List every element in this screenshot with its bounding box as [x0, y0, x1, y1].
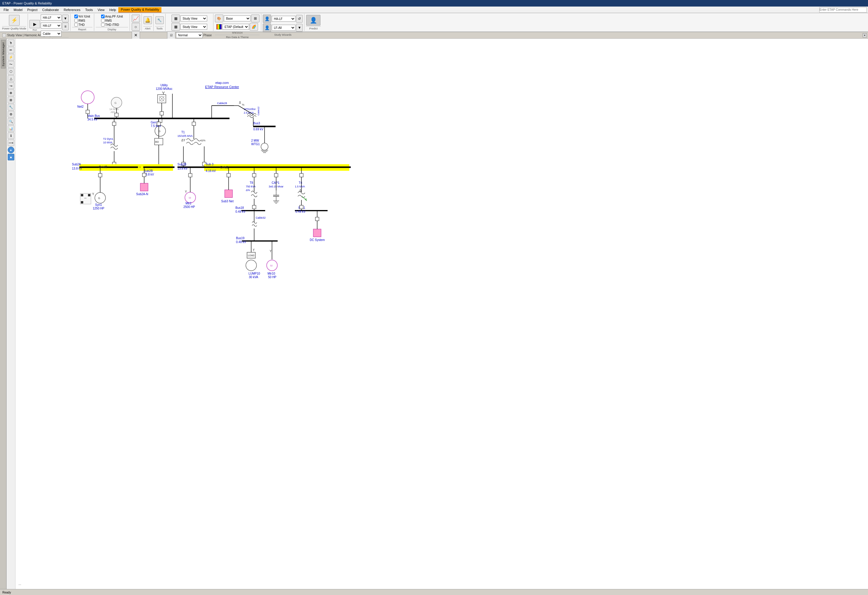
- dcsystem-symbol[interactable]: [313, 229, 321, 237]
- left-icon-connect[interactable]: ⟶: [8, 139, 14, 146]
- normal-check-btn[interactable]: ☑: [167, 31, 176, 39]
- rainbow-btn[interactable]: 🌈: [250, 23, 258, 31]
- toolbar-section-display: Amp,PF /Unit RMS THD /TRD Display: [94, 14, 130, 31]
- thd-check[interactable]: THD: [74, 23, 90, 27]
- menu-project[interactable]: Project: [25, 7, 40, 12]
- left-icon-plug[interactable]: ⊕: [8, 90, 14, 96]
- study-select-1[interactable]: HA-LF: [41, 15, 62, 21]
- ha-lf-select[interactable]: HA-LF: [272, 16, 295, 22]
- views-icon-2[interactable]: ▦: [171, 23, 180, 31]
- pq-mode-btn[interactable]: ⚡: [9, 15, 20, 25]
- left-icon-triangle[interactable]: △: [8, 75, 14, 82]
- toolbar-section-tools: 🔧 Tools: [154, 14, 165, 31]
- sub3net-symbol[interactable]: [225, 190, 232, 198]
- rms2-check[interactable]: RMS: [101, 19, 123, 22]
- sv-unit-check[interactable]: %V /Unit: [74, 15, 90, 18]
- left-icon-wave[interactable]: 〜: [8, 61, 14, 68]
- alert-btn[interactable]: 🔔: [143, 16, 152, 24]
- left-icon-pencil[interactable]: ✏: [8, 47, 14, 53]
- lf-all-dropdown[interactable]: ▼: [296, 24, 303, 31]
- left-icon-cursor[interactable]: 🖱: [8, 40, 14, 46]
- plot-btn[interactable]: 📈: [132, 15, 140, 22]
- run-btn[interactable]: ▶: [30, 20, 40, 28]
- left-icon-wrench[interactable]: 🔧: [8, 104, 14, 110]
- t1-coil2: [194, 139, 201, 141]
- bus18-label: Bus18: [235, 206, 244, 209]
- color-palette-btn[interactable]: 🎨: [215, 15, 223, 22]
- alt1-label: 14 MVA: [109, 108, 119, 111]
- system-manager-tab[interactable]: System Manager: [1, 40, 6, 68]
- toolbar-section-report: %V /Unit RMS THD Report: [71, 14, 94, 31]
- left-icon-square-blue[interactable]: ■: [8, 154, 14, 160]
- lf-all-select[interactable]: LF-All: [272, 25, 295, 31]
- predict-btn[interactable]: 👤: [306, 15, 320, 25]
- view-select-1[interactable]: Study View: [180, 15, 207, 21]
- menu-model[interactable]: Model: [11, 7, 25, 12]
- amp-pf-check[interactable]: Amp,PF /Unit: [101, 15, 123, 18]
- rev-label: Rev Data & Theme: [215, 35, 260, 38]
- normal-select[interactable]: Normal: [176, 32, 203, 38]
- toolbar-section-study-wizards: 👤 HA-LF ↺ 👤 LF-All ▼ Study Wizards: [261, 14, 304, 31]
- toolbar-section-predict: 👤 Predict: [304, 14, 322, 31]
- left-icon-network[interactable]: ⊞: [8, 97, 14, 103]
- rms-check[interactable]: RMS: [74, 19, 90, 22]
- wizard-icon-1[interactable]: 👤: [263, 15, 271, 23]
- analysis-type-btn[interactable]: ≡: [62, 22, 69, 30]
- menu-file[interactable]: File: [1, 7, 11, 12]
- mtr2-hp: 2500 HP: [183, 205, 195, 209]
- study-btn-1[interactable]: ▼: [62, 15, 69, 22]
- utility-junction: [160, 111, 164, 115]
- menu-help[interactable]: Help: [107, 7, 119, 12]
- t1-junction-top: [192, 122, 196, 126]
- analysis-type-select[interactable]: HA-LF: [41, 22, 62, 28]
- view-select-2[interactable]: Study View: [180, 24, 207, 30]
- lump10-circle[interactable]: [246, 260, 257, 271]
- net2-symbol[interactable]: [81, 91, 94, 104]
- menu-collaborate[interactable]: Collaborate: [40, 7, 61, 12]
- theme-select[interactable]: ETAP (Default): [222, 24, 249, 30]
- color-grid-btn[interactable]: ⊞: [251, 15, 260, 22]
- subtab-bar: □ Study View | Harmonic Analysis | HA-LF…: [0, 32, 868, 38]
- ha-lf-refresh-btn[interactable]: ↺: [296, 15, 303, 22]
- thd-trd-check[interactable]: THD /TRD: [101, 23, 123, 27]
- sub2a-n-label: Sub2A-N: [136, 192, 148, 196]
- left-icon-squiggle[interactable]: ↝: [8, 82, 14, 89]
- bd-label: BD: [155, 141, 159, 144]
- t1-coil3: [186, 142, 193, 145]
- menu-power-quality[interactable]: Power Quality & Reliability: [118, 7, 161, 12]
- t8-delta-pct: Δ%: [246, 189, 250, 192]
- status-bar: Ready: [0, 589, 868, 595]
- plot-x-btn[interactable]: ✕: [132, 31, 140, 39]
- display-label: Display: [96, 27, 128, 31]
- tools-btn[interactable]: 🔧: [155, 16, 164, 24]
- left-icon-gear[interactable]: ⚙: [8, 111, 14, 117]
- command-input[interactable]: [819, 7, 867, 12]
- cable-type-select[interactable]: Cable: [41, 31, 62, 37]
- left-icon-circle-blue[interactable]: ●: [8, 147, 14, 153]
- menu-tools[interactable]: Tools: [83, 7, 95, 12]
- left-icon-polygon[interactable]: ⬡: [8, 68, 14, 75]
- left-icon-search[interactable]: 🔍: [8, 118, 14, 125]
- t4-junction-top: [300, 173, 303, 177]
- sub3-label: Sub 3: [206, 163, 214, 166]
- bus1-junction: [300, 205, 303, 209]
- wizard-icon-2[interactable]: 👤: [263, 24, 271, 32]
- t1-label: T1: [181, 130, 185, 134]
- bus19-voltage: 0.48 kV: [236, 240, 246, 244]
- views-icon-1[interactable]: ▦: [171, 15, 180, 22]
- left-icon-lightning[interactable]: ⚡: [8, 54, 14, 61]
- left-icon-chart[interactable]: 📊: [8, 125, 14, 132]
- menu-view[interactable]: View: [95, 7, 107, 12]
- canvas-area[interactable]: etap.com ETAP Resource Center Main Bus 3…: [15, 38, 868, 589]
- window-icon[interactable]: □: [2, 34, 6, 37]
- plot-circle-btn[interactable]: ○: [132, 23, 140, 31]
- close-tab-btn[interactable]: ✕: [863, 33, 867, 37]
- base-select[interactable]: Base: [224, 15, 251, 21]
- t1-delta-pct: Δ%: [201, 139, 205, 142]
- grid1-label: Grid1: [220, 166, 229, 169]
- left-icon-info[interactable]: ℹ: [8, 132, 14, 139]
- sub2a-n-symbol[interactable]: [140, 183, 148, 191]
- wtg1-symbol[interactable]: [261, 143, 268, 150]
- color-bar[interactable]: [216, 24, 222, 30]
- menu-references[interactable]: References: [61, 7, 83, 12]
